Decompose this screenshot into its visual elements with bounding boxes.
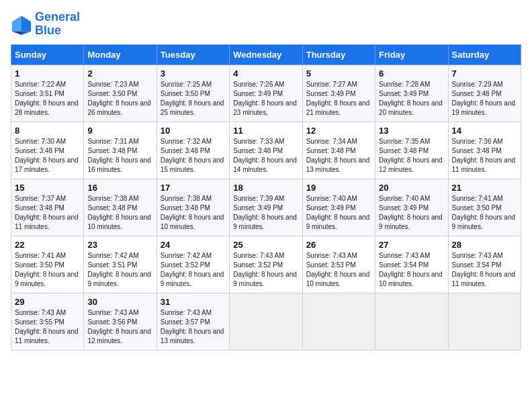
cell-text: Sunrise: 7:40 AMSunset: 3:49 PMDaylight:… xyxy=(379,195,443,230)
calendar-cell: 28 Sunrise: 7:43 AMSunset: 3:54 PMDaylig… xyxy=(448,236,521,293)
calendar-cell: 13 Sunrise: 7:35 AMSunset: 3:48 PMDaylig… xyxy=(375,122,448,179)
cell-text: Sunrise: 7:35 AMSunset: 3:48 PMDaylight:… xyxy=(379,138,443,173)
calendar-week-row: 22 Sunrise: 7:41 AMSunset: 3:50 PMDaylig… xyxy=(11,236,521,293)
day-number: 1 xyxy=(15,68,80,79)
calendar-cell: 8 Sunrise: 7:30 AMSunset: 3:48 PMDayligh… xyxy=(11,122,84,179)
weekday-header: Wednesday xyxy=(230,44,302,64)
calendar-cell: 20 Sunrise: 7:40 AMSunset: 3:49 PMDaylig… xyxy=(375,179,448,236)
calendar-week-row: 29 Sunrise: 7:43 AMSunset: 3:55 PMDaylig… xyxy=(11,293,521,350)
day-number: 28 xyxy=(452,240,517,250)
calendar-table: SundayMondayTuesdayWednesdayThursdayFrid… xyxy=(11,44,521,351)
calendar-cell: 21 Sunrise: 7:41 AMSunset: 3:50 PMDaylig… xyxy=(448,179,521,236)
calendar-week-row: 1 Sunrise: 7:22 AMSunset: 3:51 PMDayligh… xyxy=(11,64,521,122)
day-number: 23 xyxy=(87,240,152,250)
page-header: GeneralBlue xyxy=(11,11,521,38)
day-number: 5 xyxy=(306,68,371,79)
cell-text: Sunrise: 7:31 AMSunset: 3:48 PMDaylight:… xyxy=(87,138,151,173)
svg-marker-3 xyxy=(21,31,31,34)
cell-text: Sunrise: 7:38 AMSunset: 3:48 PMDaylight:… xyxy=(87,195,151,230)
calendar-cell: 19 Sunrise: 7:40 AMSunset: 3:49 PMDaylig… xyxy=(302,179,375,236)
day-number: 3 xyxy=(161,68,226,79)
cell-text: Sunrise: 7:26 AMSunset: 3:49 PMDaylight:… xyxy=(233,81,297,116)
day-number: 22 xyxy=(15,240,80,250)
day-number: 14 xyxy=(452,126,517,136)
calendar-cell: 25 Sunrise: 7:43 AMSunset: 3:52 PMDaylig… xyxy=(230,236,302,293)
svg-marker-2 xyxy=(12,31,21,34)
calendar-cell xyxy=(230,293,302,350)
calendar-cell: 2 Sunrise: 7:23 AMSunset: 3:50 PMDayligh… xyxy=(84,64,157,122)
day-number: 31 xyxy=(161,297,226,307)
calendar-cell: 11 Sunrise: 7:33 AMSunset: 3:48 PMDaylig… xyxy=(230,122,302,179)
cell-text: Sunrise: 7:43 AMSunset: 3:55 PMDaylight:… xyxy=(15,309,79,345)
cell-text: Sunrise: 7:36 AMSunset: 3:48 PMDaylight:… xyxy=(452,138,516,173)
calendar-header: SundayMondayTuesdayWednesdayThursdayFrid… xyxy=(11,44,521,64)
cell-text: Sunrise: 7:40 AMSunset: 3:49 PMDaylight:… xyxy=(306,195,370,230)
weekday-header: Saturday xyxy=(448,44,521,64)
day-number: 27 xyxy=(379,240,444,250)
calendar-cell: 12 Sunrise: 7:34 AMSunset: 3:48 PMDaylig… xyxy=(302,122,375,179)
cell-text: Sunrise: 7:43 AMSunset: 3:54 PMDaylight:… xyxy=(379,252,443,287)
cell-text: Sunrise: 7:33 AMSunset: 3:48 PMDaylight:… xyxy=(233,138,297,173)
calendar-cell: 16 Sunrise: 7:38 AMSunset: 3:48 PMDaylig… xyxy=(84,179,157,236)
cell-text: Sunrise: 7:42 AMSunset: 3:52 PMDaylight:… xyxy=(161,252,224,287)
calendar-cell: 17 Sunrise: 7:38 AMSunset: 3:48 PMDaylig… xyxy=(157,179,229,236)
cell-text: Sunrise: 7:28 AMSunset: 3:49 PMDaylight:… xyxy=(379,81,443,116)
calendar-cell: 31 Sunrise: 7:43 AMSunset: 3:57 PMDaylig… xyxy=(157,293,229,350)
day-number: 16 xyxy=(87,183,152,193)
calendar-cell: 26 Sunrise: 7:43 AMSunset: 3:53 PMDaylig… xyxy=(302,236,375,293)
calendar-cell: 10 Sunrise: 7:32 AMSunset: 3:48 PMDaylig… xyxy=(157,122,229,179)
day-number: 29 xyxy=(15,297,80,307)
day-number: 24 xyxy=(161,240,226,250)
weekday-header: Tuesday xyxy=(157,44,229,64)
calendar-cell xyxy=(302,293,375,350)
day-number: 8 xyxy=(15,126,80,136)
day-number: 6 xyxy=(379,68,444,79)
calendar-cell: 27 Sunrise: 7:43 AMSunset: 3:54 PMDaylig… xyxy=(375,236,448,293)
calendar-cell: 7 Sunrise: 7:29 AMSunset: 3:48 PMDayligh… xyxy=(448,64,521,122)
day-number: 25 xyxy=(233,240,298,250)
cell-text: Sunrise: 7:34 AMSunset: 3:48 PMDaylight:… xyxy=(306,138,370,173)
calendar-cell: 23 Sunrise: 7:42 AMSunset: 3:51 PMDaylig… xyxy=(84,236,157,293)
cell-text: Sunrise: 7:42 AMSunset: 3:51 PMDaylight:… xyxy=(87,252,151,287)
cell-text: Sunrise: 7:43 AMSunset: 3:52 PMDaylight:… xyxy=(233,252,297,287)
day-number: 4 xyxy=(233,68,298,79)
day-number: 9 xyxy=(87,126,152,136)
calendar-cell: 15 Sunrise: 7:37 AMSunset: 3:48 PMDaylig… xyxy=(11,179,84,236)
day-number: 20 xyxy=(379,183,444,193)
logo-text: GeneralBlue xyxy=(35,11,80,38)
day-number: 21 xyxy=(452,183,517,193)
cell-text: Sunrise: 7:37 AMSunset: 3:48 PMDaylight:… xyxy=(15,195,79,230)
day-number: 17 xyxy=(161,183,226,193)
logo-icon xyxy=(11,13,32,35)
calendar-cell: 9 Sunrise: 7:31 AMSunset: 3:48 PMDayligh… xyxy=(84,122,157,179)
calendar-cell: 14 Sunrise: 7:36 AMSunset: 3:48 PMDaylig… xyxy=(448,122,521,179)
calendar-cell: 22 Sunrise: 7:41 AMSunset: 3:50 PMDaylig… xyxy=(11,236,84,293)
day-number: 2 xyxy=(87,68,152,79)
day-number: 11 xyxy=(233,126,298,136)
cell-text: Sunrise: 7:43 AMSunset: 3:53 PMDaylight:… xyxy=(306,252,370,287)
calendar-week-row: 8 Sunrise: 7:30 AMSunset: 3:48 PMDayligh… xyxy=(11,122,521,179)
cell-text: Sunrise: 7:43 AMSunset: 3:54 PMDaylight:… xyxy=(452,252,516,287)
calendar-cell: 6 Sunrise: 7:28 AMSunset: 3:49 PMDayligh… xyxy=(375,64,448,122)
logo: GeneralBlue xyxy=(11,11,80,38)
day-number: 12 xyxy=(306,126,371,136)
cell-text: Sunrise: 7:32 AMSunset: 3:48 PMDaylight:… xyxy=(161,138,224,173)
day-number: 10 xyxy=(161,126,226,136)
cell-text: Sunrise: 7:22 AMSunset: 3:51 PMDaylight:… xyxy=(15,81,79,116)
svg-marker-1 xyxy=(12,15,21,31)
weekday-header: Monday xyxy=(84,44,157,64)
cell-text: Sunrise: 7:38 AMSunset: 3:48 PMDaylight:… xyxy=(161,195,224,230)
calendar-cell: 24 Sunrise: 7:42 AMSunset: 3:52 PMDaylig… xyxy=(157,236,229,293)
svg-marker-0 xyxy=(21,15,31,31)
calendar-cell xyxy=(375,293,448,350)
calendar-cell: 1 Sunrise: 7:22 AMSunset: 3:51 PMDayligh… xyxy=(11,64,84,122)
cell-text: Sunrise: 7:29 AMSunset: 3:48 PMDaylight:… xyxy=(452,81,516,116)
day-number: 30 xyxy=(87,297,152,307)
cell-text: Sunrise: 7:30 AMSunset: 3:48 PMDaylight:… xyxy=(15,138,79,173)
calendar-cell: 18 Sunrise: 7:39 AMSunset: 3:49 PMDaylig… xyxy=(230,179,302,236)
calendar-cell: 4 Sunrise: 7:26 AMSunset: 3:49 PMDayligh… xyxy=(230,64,302,122)
cell-text: Sunrise: 7:43 AMSunset: 3:56 PMDaylight:… xyxy=(87,309,151,345)
calendar-cell: 5 Sunrise: 7:27 AMSunset: 3:49 PMDayligh… xyxy=(302,64,375,122)
day-number: 15 xyxy=(15,183,80,193)
day-number: 26 xyxy=(306,240,371,250)
